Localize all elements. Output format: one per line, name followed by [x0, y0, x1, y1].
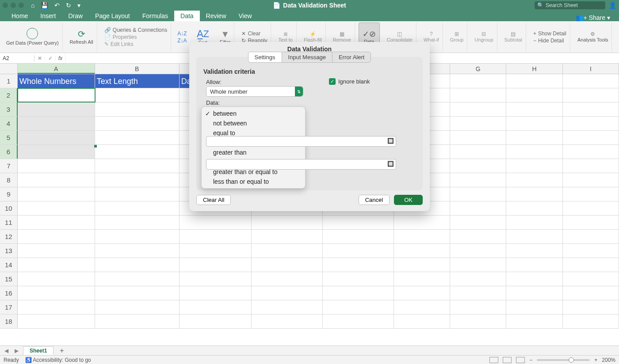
cell-G12[interactable]	[450, 230, 506, 243]
cell-F16[interactable]	[394, 286, 450, 300]
cell-E15[interactable]	[323, 272, 394, 286]
tab-insert[interactable]: Insert	[34, 11, 62, 21]
cell-D11[interactable]	[252, 216, 323, 229]
row-header-5[interactable]: 5	[0, 131, 18, 144]
zoom-level[interactable]: 200%	[602, 357, 615, 363]
row-header-8[interactable]: 8	[0, 173, 18, 187]
dialog-tab-input-message[interactable]: Input Message	[282, 52, 332, 62]
cell-I17[interactable]	[563, 300, 619, 314]
range-select-icon[interactable]: 🔲	[387, 138, 394, 144]
row-header-2[interactable]: 2	[0, 88, 18, 102]
select-all-corner[interactable]	[0, 64, 18, 74]
dropdown-option-greater-than[interactable]: greater than	[202, 148, 305, 157]
cell-A14[interactable]	[18, 258, 95, 272]
cell-C12[interactable]	[180, 230, 252, 243]
cancel-button[interactable]: Cancel	[359, 195, 390, 205]
cell-E14[interactable]	[323, 258, 394, 272]
cell-H16[interactable]	[506, 286, 562, 300]
cell-B17[interactable]	[95, 300, 180, 314]
zoom-thumb[interactable]	[569, 357, 574, 363]
row-header-6[interactable]: 6	[0, 145, 18, 159]
tab-formulas[interactable]: Formulas	[136, 11, 174, 21]
tab-review[interactable]: Review	[200, 11, 233, 21]
dropdown-option-between[interactable]: between	[202, 109, 305, 118]
row-header-15[interactable]: 15	[0, 272, 18, 286]
cell-I13[interactable]	[563, 244, 619, 258]
cell-H11[interactable]	[506, 216, 562, 229]
dialog-tab-settings[interactable]: Settings	[248, 52, 282, 62]
tab-page-layout[interactable]: Page Layout	[89, 11, 136, 21]
row-header-17[interactable]: 17	[0, 300, 18, 314]
row-header-1[interactable]: 1	[0, 74, 18, 88]
cell-I2[interactable]	[563, 88, 619, 102]
group-button[interactable]: ⊞Group	[447, 23, 468, 52]
cell-A10[interactable]	[18, 201, 95, 215]
row-header-11[interactable]: 11	[0, 216, 18, 229]
cell-B1[interactable]: Text Length	[95, 74, 180, 88]
cell-D14[interactable]	[252, 258, 323, 272]
page-layout-view-icon[interactable]	[503, 357, 512, 363]
cell-I12[interactable]	[563, 230, 619, 243]
cell-G16[interactable]	[450, 286, 506, 300]
cell-I4[interactable]	[563, 117, 619, 130]
cell-I18[interactable]	[563, 315, 619, 328]
minimum-input[interactable]: 🔲	[206, 136, 396, 147]
cell-B3[interactable]	[95, 102, 180, 116]
cell-F15[interactable]	[394, 272, 450, 286]
cell-B5[interactable]	[95, 131, 180, 144]
cell-G11[interactable]	[450, 216, 506, 229]
cell-G5[interactable]	[450, 131, 506, 144]
column-header-A[interactable]: A	[18, 64, 95, 74]
cell-E13[interactable]	[323, 244, 394, 258]
maximum-input[interactable]: 🔲	[206, 159, 396, 170]
cell-A5[interactable]	[18, 131, 95, 144]
page-break-view-icon[interactable]	[516, 357, 525, 363]
sort-az-icon[interactable]: A↓Z	[177, 30, 187, 37]
cancel-formula-icon[interactable]: ✕	[34, 55, 45, 61]
normal-view-icon[interactable]	[489, 357, 498, 363]
cell-B11[interactable]	[95, 216, 180, 229]
cell-B16[interactable]	[95, 286, 180, 300]
cell-B12[interactable]	[95, 230, 180, 243]
cell-H12[interactable]	[506, 230, 562, 243]
tab-draw[interactable]: Draw	[62, 11, 89, 21]
cell-A1[interactable]: Whole Numbers	[18, 74, 95, 88]
cell-B18[interactable]	[95, 315, 180, 328]
cell-A7[interactable]	[18, 159, 95, 173]
cell-B14[interactable]	[95, 258, 180, 272]
cell-H7[interactable]	[506, 159, 562, 173]
row-header-13[interactable]: 13	[0, 244, 18, 258]
cell-D13[interactable]	[252, 244, 323, 258]
cell-D12[interactable]	[252, 230, 323, 243]
cell-I8[interactable]	[563, 173, 619, 187]
ok-button[interactable]: OK	[394, 195, 423, 205]
get-data-button[interactable]: Get Data (Power Query)	[3, 23, 63, 52]
cell-H17[interactable]	[506, 300, 562, 314]
cell-I10[interactable]	[563, 201, 619, 215]
cell-C11[interactable]	[180, 216, 252, 229]
cell-G6[interactable]	[450, 145, 506, 159]
cell-G2[interactable]	[450, 88, 506, 102]
fill-handle[interactable]	[94, 145, 97, 148]
cell-H8[interactable]	[506, 173, 562, 187]
column-header-B[interactable]: B	[95, 64, 180, 74]
data-dropdown[interactable]: ⇅ betweennot betweenequal tonot equal to…	[206, 107, 303, 118]
cell-B10[interactable]	[95, 201, 180, 215]
dialog-tab-error-alert[interactable]: Error Alert	[332, 52, 371, 62]
row-header-9[interactable]: 9	[0, 187, 18, 201]
cell-F17[interactable]	[394, 300, 450, 314]
cell-H13[interactable]	[506, 244, 562, 258]
cell-B6[interactable]	[95, 145, 180, 159]
cell-G13[interactable]	[450, 244, 506, 258]
queries-connections-button[interactable]: 🔗Queries & Connections	[104, 27, 167, 33]
cell-D16[interactable]	[252, 286, 323, 300]
cell-B7[interactable]	[95, 159, 180, 173]
minimize-window-icon[interactable]	[11, 3, 16, 8]
redo-icon[interactable]: ↻	[66, 2, 71, 9]
row-header-16[interactable]: 16	[0, 286, 18, 300]
maximize-window-icon[interactable]	[19, 3, 24, 8]
row-header-7[interactable]: 7	[0, 159, 18, 173]
cell-A11[interactable]	[18, 216, 95, 229]
cell-I15[interactable]	[563, 272, 619, 286]
cell-I5[interactable]	[563, 131, 619, 144]
